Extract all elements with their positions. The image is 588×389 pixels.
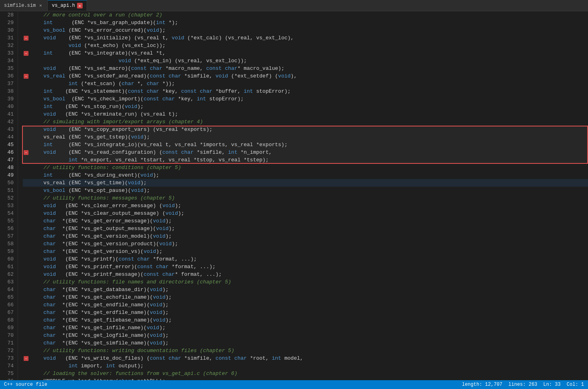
- line-number-70: 70: [2, 332, 14, 339]
- line-number-62: 62: [2, 271, 14, 278]
- fold-marker-79[interactable]: −: [24, 356, 28, 361]
- code-line-70: char *(ENC *vs_get_echofile_name)(void);: [23, 293, 588, 301]
- file-type: C++ source file: [4, 382, 47, 387]
- line-number-53: 53: [2, 202, 14, 210]
- line-number-56: 56: [2, 225, 14, 232]
- fold-marker-32[interactable]: −: [24, 36, 28, 41]
- code-line-79: − void (ENC *vs_write_doc_files) (const …: [23, 354, 588, 362]
- line-number-47: 47: [2, 156, 14, 164]
- line-number-63: 63: [2, 278, 14, 286]
- line-numbers: 2829303132333435363738394041424344454647…: [0, 11, 18, 380]
- line-number-64: 64: [2, 286, 14, 293]
- line-number-41: 41: [2, 110, 14, 118]
- line-number-55: 55: [2, 217, 14, 225]
- line-number-61: 61: [2, 263, 14, 271]
- code-line-65: void (ENC *vs_printf_error)(const char *…: [23, 263, 588, 271]
- line-number-71: 71: [2, 339, 14, 347]
- code-line-73: char *(ENC *vs_get_filebase_name)(void);: [23, 316, 588, 324]
- code-line-74: char *(ENC *vs_get_infile_name)(void);: [23, 324, 588, 332]
- line-number-39: 39: [2, 95, 14, 103]
- code-line-32: − void (ENC *vs_initialize) (vs_real t, …: [23, 34, 588, 42]
- line-number-58: 58: [2, 240, 14, 248]
- code-line-37: − vs_real (ENC *vs_setdef_and_read)(cons…: [23, 72, 588, 80]
- code-line-76: char *(ENC *vs_get_simfile_name)(void);: [23, 339, 588, 347]
- fold-marker-37[interactable]: −: [24, 74, 28, 79]
- line-number-60: 60: [2, 255, 14, 263]
- code-line-75: char *(ENC *vs_get_logfile_name)(void);: [23, 332, 588, 339]
- status-col: Col: 1: [567, 382, 584, 387]
- line-number-38: 38: [2, 88, 14, 95]
- code-line-56: // utility functions: messages (chapter …: [23, 194, 588, 202]
- code-line-64: void (ENC *vs_printf)(const char *format…: [23, 255, 588, 263]
- line-number-49: 49: [2, 171, 14, 179]
- code-line-66: void (ENC *vs_printf_message)(const char…: [23, 271, 588, 278]
- status-ln: Ln: 33: [543, 382, 561, 387]
- code-line-49: int *n_export, vs_real *tstart, vs_real …: [23, 156, 588, 164]
- code-line-39: int (ENC *vs_statement)(const char *key,…: [23, 88, 588, 95]
- code-line-35: void (*ext_eq_in) (vs_real, vs_ext_loc))…: [23, 57, 588, 65]
- line-number-29: 29: [2, 19, 14, 26]
- tab-simfile-label: simfile.sim: [4, 3, 36, 8]
- code-content: // more control over a run (chapter 2) i…: [18, 11, 588, 380]
- code-line-57: void (ENC *vs_clear_error_message) (void…: [23, 202, 588, 210]
- code-line-36: void (ENC *vs_set_macro)(const char *mac…: [23, 65, 588, 72]
- code-line-54: vs_bool (ENC *vs_opt_pause)(void);: [23, 187, 588, 194]
- code-line-63: char *(ENC *vs_get_version_vs)(void);: [23, 248, 588, 255]
- line-number-44: 44: [2, 133, 14, 141]
- code-line-29: // more control over a run (chapter 2): [23, 11, 588, 19]
- code-line-78: // utility functions: writing documentat…: [23, 347, 588, 354]
- tab-vs-api-close[interactable]: ✕: [77, 3, 83, 8]
- line-number-69: 69: [2, 324, 14, 332]
- code-line-80: int import, int output);: [23, 362, 588, 370]
- tab-simfile-close[interactable]: ✕: [38, 3, 43, 8]
- tab-simfile[interactable]: simfile.sim ✕: [0, 0, 48, 11]
- code-line-30: int (ENC *vs_bar_graph_update)(int *);: [23, 19, 588, 26]
- line-number-34: 34: [2, 57, 14, 65]
- status-lines: lines: 263: [509, 382, 537, 387]
- code-line-51: // utility functions: conditions (chapte…: [23, 164, 588, 171]
- tab-vs-api[interactable]: vs_api.h ✕: [48, 0, 87, 11]
- line-number-67: 67: [2, 309, 14, 316]
- code-line-68: // utility functions: file names and dir…: [23, 278, 588, 286]
- code-line-31: vs_bool (ENC *vs_error_occurred)(void);: [23, 26, 588, 34]
- code-line-41: int (ENC *vs_stop_run)(void);: [23, 103, 588, 110]
- code-line-42: void (ENC *vs_terminate_run) (vs_real t)…: [23, 110, 588, 118]
- code-line-33: void (*ext_echo) (vs_ext_loc));: [23, 42, 588, 49]
- line-number-76: 76: [2, 377, 14, 380]
- line-number-52: 52: [2, 194, 14, 202]
- line-number-37: 37: [2, 80, 14, 88]
- line-number-65: 65: [2, 293, 14, 301]
- fold-marker-48[interactable]: −: [24, 150, 28, 155]
- line-number-75: 75: [2, 370, 14, 377]
- line-number-48: 48: [2, 164, 14, 171]
- code-line-69: char *(ENC *vs_get_database_dir)(void);: [23, 286, 588, 293]
- line-number-51: 51: [2, 187, 14, 194]
- code-line-71: char *(ENC *vs_get_endfile_name)(void);: [23, 301, 588, 309]
- line-number-35: 35: [2, 65, 14, 72]
- code-line-82: // loading the solver: functions from vs…: [23, 370, 588, 377]
- code-line-61: char *(ENC *vs_get_version_model)(void);: [23, 232, 588, 240]
- line-number-30: 30: [2, 26, 14, 34]
- tab-vs-api-label: vs_api.h: [52, 3, 75, 8]
- line-number-31: 31: [2, 34, 14, 42]
- code-line-53: vs_real (ENC *vs_get_time)(void);: [23, 179, 588, 187]
- code-line-52: int (ENC *vs_during_event)(void);: [23, 171, 588, 179]
- line-number-28: 28: [2, 11, 14, 19]
- fold-marker-34[interactable]: −: [24, 51, 28, 56]
- line-number-36: 36: [2, 72, 14, 80]
- tab-bar: simfile.sim ✕ vs_api.h ✕: [0, 0, 588, 11]
- line-number-66: 66: [2, 301, 14, 309]
- line-number-33: 33: [2, 49, 14, 57]
- code-line-62: char *(ENC *vs_get_version_product)(void…: [23, 240, 588, 248]
- code-line-45: void (ENC *vs_copy_export_vars) (vs_real…: [23, 126, 588, 133]
- code-line-59: char *(ENC *vs_get_error_message)(void);: [23, 217, 588, 225]
- line-number-72: 72: [2, 347, 14, 354]
- status-bar: C++ source file length: 12,707 lines: 26…: [0, 380, 588, 389]
- line-number-46: 46: [2, 149, 14, 156]
- code-container: 2829303132333435363738394041424344454647…: [0, 11, 588, 380]
- status-left: C++ source file: [4, 382, 47, 387]
- line-number-32: 32: [2, 42, 14, 49]
- status-length: length: 12,707: [462, 382, 503, 387]
- status-right: length: 12,707 lines: 263 Ln: 33 Col: 1: [462, 382, 584, 387]
- line-number-50: 50: [2, 179, 14, 187]
